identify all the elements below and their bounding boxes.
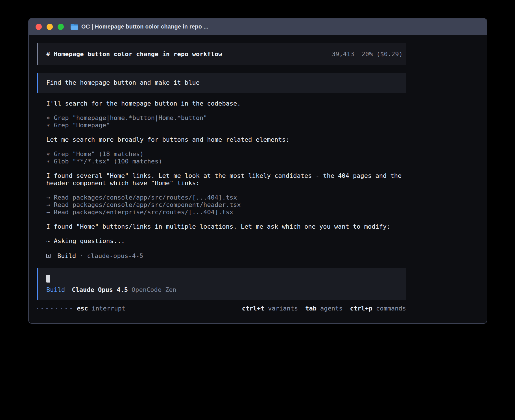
shortcut-variants: ctrl+t variants [242, 305, 298, 312]
working-status: ~ Asking questions... [46, 237, 406, 245]
session-stats: 39,413 20% ($0.29) [332, 51, 403, 58]
assistant-text-line: Let me search more broadly for buttons a… [46, 136, 406, 143]
session-header: # Homepage button color change in repo w… [37, 43, 406, 65]
tool-call-line: → Read packages/console/app/src/componen… [46, 201, 406, 209]
tool-call-line: ∗ Glob "**/*.tsx" (100 matches) [46, 158, 406, 165]
editor-provider-label: OpenCode Zen [132, 286, 176, 294]
titlebar[interactable]: OC | Homepage button color change in rep… [29, 19, 487, 35]
user-message: Find the homepage button and make it blu… [37, 73, 406, 93]
minimize-button[interactable] [47, 24, 53, 30]
interrupt-hint: esc interrupt [77, 305, 125, 312]
shortcut-key-variants: ctrl+t [242, 305, 264, 312]
token-count: 39,413 [332, 51, 354, 58]
assistant-text-line: I found several "Home" links. Let me loo… [46, 172, 406, 180]
interrupt-label: interrupt [92, 305, 125, 312]
agent-name: Build [57, 252, 76, 259]
window-title: OC | Homepage button color change in rep… [81, 23, 208, 30]
transcript: I'll search for the homepage button in t… [37, 100, 406, 245]
spinner-dot [51, 308, 53, 309]
assistant-paragraph: I found several "Home" links. Let me loo… [46, 172, 406, 187]
session-cost: ($0.29) [376, 51, 403, 58]
tool-call-line: ∗ Grep "Home" (18 matches) [46, 150, 406, 158]
zoom-button[interactable] [58, 24, 64, 30]
assistant-text-line: I'll search for the homepage button in t… [46, 100, 406, 107]
tool-call-line: → Read packages/console/app/src/routes/[… [46, 194, 406, 201]
context-percentage: 20% [362, 51, 373, 58]
shortcut-label-variants: variants [268, 305, 298, 312]
text-cursor [46, 275, 50, 283]
shortcut-key-agents: tab [305, 305, 317, 312]
agent-square-icon [46, 254, 51, 258]
terminal-content: # Homepage button color change in repo w… [29, 35, 487, 312]
interrupt-key: esc [77, 305, 88, 312]
tool-call-group: → Read packages/console/app/src/routes/[… [46, 194, 406, 216]
tool-call-group: ∗ Grep "Home" (18 matches) ∗ Glob "**/*.… [46, 150, 406, 165]
tool-call-line: ∗ Grep "homepage|home.*button|Home.*butt… [46, 114, 406, 122]
prompt-editor[interactable]: Build Claude Opus 4.5 OpenCode Zen [37, 268, 406, 300]
assistant-text-line: header component which have "Home" links… [46, 180, 406, 187]
spinner-dot [66, 308, 67, 309]
shortcut-agents: tab agents [305, 305, 342, 312]
user-message-text: Find the homepage button and make it blu… [46, 79, 398, 86]
spinner [37, 308, 72, 309]
tool-call-line: ∗ Grep "Homepage" [46, 122, 406, 129]
editor-model-label[interactable]: Claude Opus 4.5 [72, 286, 128, 294]
spinner-dot [61, 308, 62, 309]
title-group: OC | Homepage button color change in rep… [71, 23, 208, 30]
editor-meta: Build Claude Opus 4.5 OpenCode Zen [46, 286, 398, 294]
status-left: esc interrupt [37, 305, 125, 312]
tool-call-line: → Read packages/enterprise/src/routes/[.… [46, 209, 406, 216]
spinner-dot [56, 308, 57, 309]
agent-model: claude-opus-4-5 [87, 252, 143, 259]
shortcut-commands: ctrl+p commands [350, 305, 406, 312]
session-title: # Homepage button color change in repo w… [46, 51, 222, 58]
working-status-line: ~ Asking questions... [46, 237, 406, 245]
shortcut-label-commands: commands [376, 305, 406, 312]
shortcut-label-agents: agents [320, 305, 342, 312]
status-right: ctrl+t variants tab agents ctrl+p comman… [242, 305, 406, 312]
assistant-paragraph: I found "Home" buttons/links in multiple… [46, 223, 406, 230]
traffic-lights [36, 24, 64, 30]
tool-call-group: ∗ Grep "homepage|home.*button|Home.*butt… [46, 114, 406, 129]
folder-icon [71, 24, 78, 30]
spinner-dot [42, 308, 43, 309]
close-button[interactable] [36, 24, 42, 30]
spinner-dot [70, 308, 72, 309]
spinner-dot [37, 308, 38, 309]
editor-agent-label[interactable]: Build [46, 286, 65, 294]
assistant-paragraph: I'll search for the homepage button in t… [46, 100, 406, 107]
terminal-window: OC | Homepage button color change in rep… [28, 18, 487, 324]
status-bar: esc interrupt ctrl+t variants tab agents… [37, 305, 406, 312]
shortcut-key-commands: ctrl+p [350, 305, 372, 312]
assistant-text-line: I found "Home" buttons/links in multiple… [46, 223, 406, 230]
agent-separator: · [80, 252, 83, 259]
agent-badge: Build · claude-opus-4-5 [37, 252, 406, 259]
spinner-dot [46, 308, 48, 309]
assistant-paragraph: Let me search more broadly for buttons a… [46, 136, 406, 143]
